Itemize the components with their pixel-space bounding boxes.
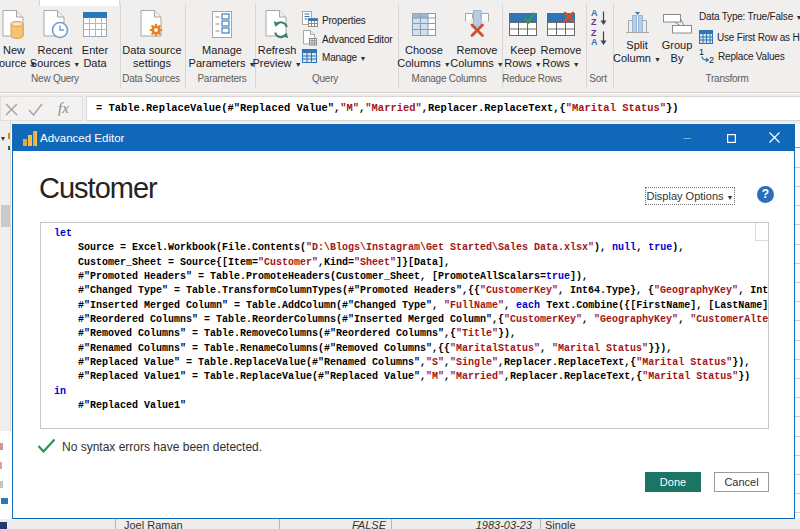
svg-text:1: 1 <box>699 48 704 57</box>
svg-text:2: 2 <box>709 55 714 63</box>
